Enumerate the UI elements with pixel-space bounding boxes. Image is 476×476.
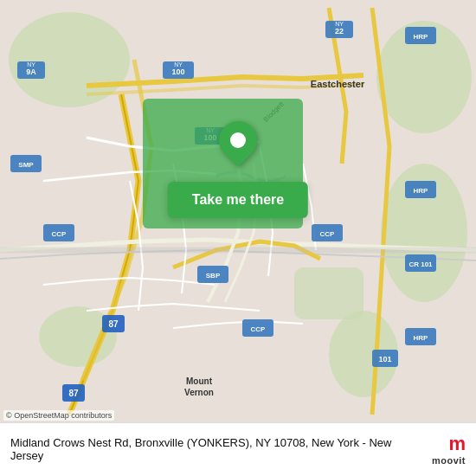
svg-text:HRP: HRP [414, 334, 429, 342]
svg-text:CCP: CCP [320, 230, 336, 238]
take-me-there-button[interactable]: Take me there [168, 182, 308, 218]
svg-text:CCP: CCP [251, 325, 267, 333]
svg-text:NY: NY [174, 61, 183, 68]
svg-rect-6 [294, 267, 363, 319]
svg-text:NY: NY [335, 21, 344, 27]
pin-marker [211, 113, 265, 167]
svg-text:HRP: HRP [414, 187, 429, 195]
svg-text:87: 87 [68, 389, 79, 398]
address-text: Midland Crows Nest Rd, Bronxville (YONKE… [10, 436, 423, 462]
app: 9A NY 22 NY 87 87 100 NY 100 NY [0, 0, 476, 476]
map-container: 9A NY 22 NY 87 87 100 NY 100 NY [0, 0, 476, 422]
svg-text:87: 87 [108, 319, 119, 329]
moovit-logo: m moovit [432, 433, 466, 466]
pin-center [230, 132, 246, 148]
svg-text:SMP: SMP [18, 161, 34, 169]
svg-text:Vernon: Vernon [184, 388, 214, 397]
svg-text:22: 22 [335, 27, 344, 35]
svg-text:CR 101: CR 101 [408, 261, 433, 268]
svg-text:100: 100 [171, 68, 184, 76]
info-bar: Midland Crows Nest Rd, Bronxville (YONKE… [0, 422, 476, 476]
moovit-letter: m [448, 433, 466, 455]
svg-text:HRP: HRP [414, 33, 429, 41]
map-copyright: © OpenStreetMap contributors [3, 410, 114, 421]
moovit-label: moovit [432, 455, 466, 466]
svg-text:SBP: SBP [206, 272, 221, 280]
svg-text:Eastchester: Eastchester [311, 79, 365, 89]
svg-text:CCP: CCP [52, 230, 68, 238]
location-pin [219, 121, 257, 159]
svg-text:9A: 9A [26, 68, 36, 76]
svg-text:NY: NY [27, 61, 35, 68]
map-canvas: 9A NY 22 NY 87 87 100 NY 100 NY [0, 0, 476, 422]
svg-text:Mount: Mount [186, 376, 213, 386]
svg-text:101: 101 [378, 355, 391, 363]
